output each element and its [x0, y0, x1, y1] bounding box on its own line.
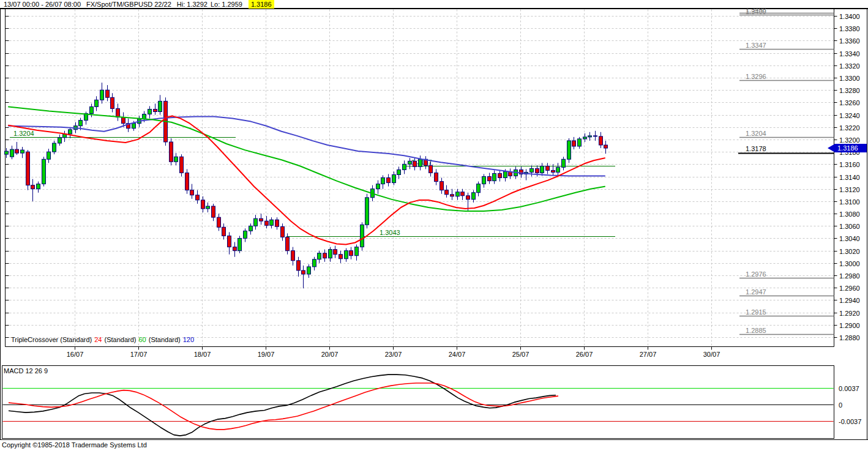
pivot-level-label: 1.3400: [746, 8, 766, 15]
candle-body: [604, 145, 608, 148]
candle-body: [397, 170, 401, 174]
price-axis-label: 1.3160: [839, 161, 860, 168]
candle-body: [546, 166, 550, 170]
candle-body: [174, 157, 178, 162]
candle-body: [530, 168, 534, 172]
candle-body: [159, 101, 162, 111]
candle-body: [318, 253, 321, 259]
price-axis-label: 1.3220: [839, 124, 860, 132]
price-axis-label: 1.3080: [839, 211, 860, 218]
candle-body: [440, 182, 444, 190]
price-axis-label: 1.3340: [839, 50, 860, 58]
price-axis-label: 1.2940: [839, 297, 860, 304]
macd-guide-label: 0.0037: [839, 385, 859, 392]
candle-body: [488, 177, 492, 181]
candle-body: [339, 255, 343, 259]
candle-body: [588, 136, 592, 137]
candle-body: [185, 173, 189, 190]
candle-body: [291, 251, 295, 261]
indicator-name: TripleCrossover (Standard): [11, 336, 92, 343]
indicator-period-fast: 24: [94, 336, 102, 343]
candle-body: [477, 184, 481, 193]
candle-body: [334, 250, 337, 255]
candle-body: [132, 124, 136, 129]
candle-body: [180, 157, 184, 173]
candle-body: [419, 159, 422, 166]
macd-guide-label: 0: [839, 401, 842, 409]
candle-body: [429, 165, 433, 173]
pivot-level-label: 1.2947: [746, 288, 766, 296]
support-line-label: 1.3043: [380, 229, 400, 236]
date-axis-label: 19/07: [258, 351, 275, 358]
pivot-level-label: 1.3204: [746, 130, 766, 137]
macd-line: [9, 375, 556, 436]
candle-body: [90, 106, 94, 113]
date-axis-label: 16/07: [67, 351, 84, 358]
candle-body: [286, 237, 290, 250]
price-marker-label: 1.3186: [837, 144, 858, 152]
candle-body: [190, 190, 194, 195]
candle-body: [355, 247, 359, 256]
candle-body: [413, 161, 417, 166]
candle-body: [329, 250, 332, 258]
candle-body: [122, 117, 125, 124]
price-axis-label: 1.3000: [839, 260, 860, 267]
price-axis-label: 1.3320: [839, 62, 860, 70]
price-axis-label: 1.3120: [839, 186, 860, 193]
candle-body: [69, 130, 72, 134]
price-axis-label: 1.3100: [839, 198, 860, 206]
date-range: 13/07 00:00 - 26/07 08:00: [4, 0, 81, 9]
candle-body: [313, 259, 316, 267]
date-axis-label: 18/07: [194, 351, 211, 358]
pivot-level-label: 1.3347: [746, 42, 766, 49]
candle-body: [222, 227, 226, 236]
candle-body: [567, 141, 571, 159]
candle-body: [53, 143, 56, 152]
candle-body: [583, 137, 587, 139]
macd-panel-title: MACD 12 26 9: [4, 367, 48, 375]
candle-body: [260, 218, 263, 221]
candle-body: [47, 152, 51, 159]
indicator-standard-2: (Standard): [149, 336, 181, 343]
candle-body: [281, 226, 285, 237]
price-axis-label: 1.3260: [839, 99, 860, 106]
date-axis-labels: 16/0717/0718/0719/0720/0723/0724/0725/07…: [67, 347, 720, 359]
candle-body: [100, 90, 104, 100]
support-lines: 1.32041.31571.3043: [10, 130, 615, 237]
chart-canvas[interactable]: 1.34001.33801.33601.33401.33201.33001.32…: [0, 0, 868, 451]
price-axis-label: 1.2900: [839, 322, 860, 329]
candle-body: [238, 238, 242, 250]
candle-body: [408, 161, 412, 164]
candle-body: [212, 206, 215, 217]
candle-body: [15, 149, 19, 153]
candle-body: [387, 178, 391, 183]
candle-body: [116, 108, 120, 117]
candle-body: [445, 190, 449, 195]
last-price-highlight: 1.3186: [249, 0, 274, 9]
candle-body: [392, 174, 396, 182]
copyright-bar: Copyright ©1985-2018 Tradermade Systems …: [0, 439, 868, 451]
candle-body: [58, 138, 62, 143]
candle-body: [504, 171, 507, 177]
candle-body: [265, 221, 269, 225]
tradermade-chart-window: 13/07 00:00 - 26/07 08:00FX/Spot/TM/GBPU…: [0, 0, 868, 451]
pivot-level-label: 1.3296: [746, 73, 766, 80]
pivot-level-label: 1.2915: [746, 308, 766, 316]
candle-body: [323, 253, 327, 258]
price-axis-label: 1.2880: [839, 334, 860, 341]
indicator-period-mid: 60: [138, 336, 146, 343]
price-axis-label: 1.2980: [839, 272, 860, 280]
price-axis-label: 1.3060: [839, 223, 860, 230]
right-pivot-levels: 1.34981.34001.33471.32961.32041.29761.29…: [738, 6, 834, 335]
candle-body: [345, 251, 348, 259]
candle-body: [79, 121, 83, 126]
candle-body: [37, 184, 40, 189]
date-axis-label: 17/07: [130, 351, 148, 358]
candle-body: [482, 177, 486, 184]
price-axis-label: 1.3280: [839, 87, 860, 94]
candle-body: [599, 136, 603, 145]
support-line-label: 1.3204: [13, 130, 34, 137]
date-axis-label: 24/07: [449, 351, 466, 358]
candle-body: [233, 247, 237, 251]
low-value: Lo: 1.2959: [211, 0, 242, 9]
